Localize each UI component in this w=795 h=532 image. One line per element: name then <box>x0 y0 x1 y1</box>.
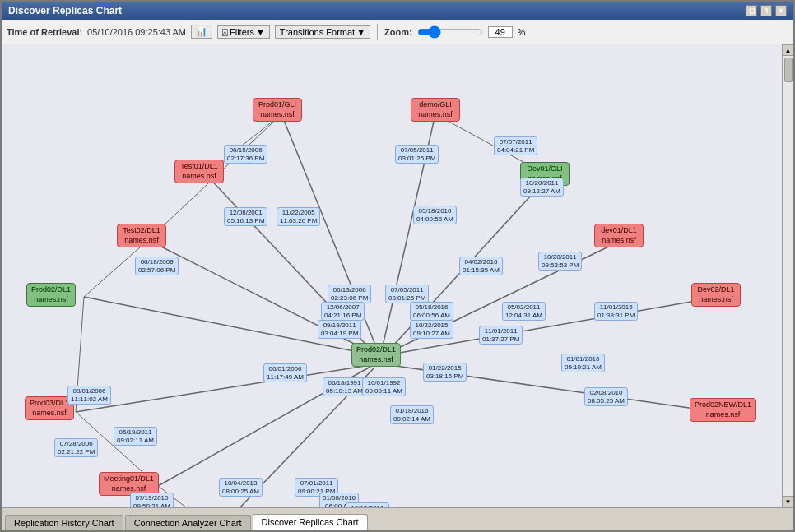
ts-box-3: 07/07/201104:04:21 PM <box>494 136 537 155</box>
chart-area: Prod01/GLInames.nsf demo/GLInames.nsf Te… <box>2 44 793 507</box>
zoom-pct: % <box>518 27 526 37</box>
filter-icon: ⍓ <box>222 27 228 37</box>
separator <box>377 24 378 40</box>
zoom-label: Zoom: <box>384 27 412 37</box>
node-test01-dl1[interactable]: Test01/DL1names.nsf <box>174 160 224 183</box>
ts-box-11: 06/13/200602:23:06 PM <box>328 285 371 303</box>
ts-box-23: 06/18/199105:10:13 AM <box>323 377 366 396</box>
node-prod02-dl1-left[interactable]: Prod02/DL1names.nsf <box>26 283 76 307</box>
ts-box-26: 08/01/200611:11:02 AM <box>67 386 111 405</box>
node-prod02new-dl1[interactable]: Prod02NEW/DL1names.nsf <box>690 398 756 422</box>
ts-box-21: 01/22/201503:18:15 PM <box>423 363 467 382</box>
tab-discover-replicas[interactable]: Discover Replicas Chart <box>253 514 368 530</box>
node-prod02-dl1-center[interactable]: Prod02/DL1names.nsf <box>351 343 401 367</box>
node-dev01-dl1[interactable]: dev01/DL1names.nsf <box>594 224 644 247</box>
ts-box-27: 01/18/201609:02:14 AM <box>390 405 434 424</box>
ts-box-13: 12/06/200704:21:16 PM <box>321 302 365 321</box>
transitions-btn[interactable]: Transitions Format ▼ <box>275 25 370 39</box>
node-test02-dl1[interactable]: Test02/DL1names.nsf <box>117 224 166 247</box>
ts-box-8: 10/20/201109:53:53 PM <box>538 252 582 271</box>
ts-box-4: 10/20/201109:12:27 AM <box>520 178 564 197</box>
scroll-down-btn[interactable]: ▼ <box>783 496 794 507</box>
ts-box-32: 07/19/201009:50:21 AM <box>130 493 174 507</box>
close-btn[interactable]: ✕ <box>775 5 787 16</box>
ts-box-16: 11/01/201501:38:31 PM <box>594 302 638 321</box>
ts-box-12: 07/05/201103:01:25 PM <box>385 285 429 303</box>
scroll-up-btn[interactable]: ▲ <box>783 44 794 56</box>
ts-box-5: 12/08/200105:16:13 PM <box>224 207 267 226</box>
filters-btn[interactable]: ⍓ Filters ▼ <box>217 25 270 39</box>
toolbar: Time of Retrieval: 05/10/2016 09:25:43 A… <box>2 20 793 44</box>
scroll-thumb[interactable] <box>784 58 793 82</box>
ts-box-15: 05/02/201112:04:31 AM <box>502 302 546 321</box>
chart-type-btn[interactable]: 📊 <box>191 25 212 39</box>
title-controls: ◻ 4 ✕ <box>746 5 787 16</box>
window-title: Discover Replicas Chart <box>8 5 122 16</box>
ts-box-9: 06/18/200902:57:06 PM <box>135 257 179 275</box>
filters-dropdown-icon: ▼ <box>256 27 265 37</box>
time-label: Time of Retrieval: <box>7 27 82 37</box>
transitions-dropdown-icon: ▼ <box>356 27 365 37</box>
zoom-input[interactable] <box>488 26 513 38</box>
ts-box-17: 09/19/201103:04:19 PM <box>318 320 361 339</box>
ts-box-24: 10/01/199209:00:11 AM <box>362 377 406 396</box>
time-value: 05/10/2016 09:25:43 AM <box>87 27 186 37</box>
ts-box-22: 01/01/201609:10:21 AM <box>561 354 605 372</box>
title-bar: Discover Replicas Chart ◻ 4 ✕ <box>2 2 793 20</box>
ts-box-30: 10/04/201308:00:25 AM <box>219 478 263 497</box>
tab-bar: Replication History Chart Connection Ana… <box>2 507 793 530</box>
scrollbar-right: ▲ ▼ <box>782 44 793 507</box>
node-dev02-dl1[interactable]: Dev02/DL1names.nsf <box>691 283 741 307</box>
ts-box-1: 06/15/200602:17:36 PM <box>224 145 267 164</box>
ts-box-6: 11/22/200511:03:20 PM <box>277 207 320 226</box>
tab-connection-analyzer[interactable]: Connection Analyzer Chart <box>125 515 251 530</box>
ts-box-20: 06/01/200611:17:49 AM <box>263 363 307 382</box>
tab-replication-history[interactable]: Replication History Chart <box>5 515 123 530</box>
ts-box-14: 05/18/201606:00:56 AM <box>410 302 453 321</box>
restore-btn[interactable]: ◻ <box>746 5 757 16</box>
main-window: Discover Replicas Chart ◻ 4 ✕ Time of Re… <box>0 0 795 532</box>
zoom-slider[interactable] <box>417 26 483 38</box>
ts-box-10: 04/02/201601:15:35 AM <box>459 257 503 275</box>
ts-box-18: 10/22/201509:10:27 AM <box>410 320 453 339</box>
ts-box-34: 10/15/201111/01/201409:00:16 AM <box>346 502 389 507</box>
ts-box-2: 07/05/201103:01:25 PM <box>395 145 439 164</box>
ts-box-19: 11/01/201101:37:27 PM <box>479 326 523 345</box>
bar-chart-icon: 📊 <box>196 26 207 37</box>
ts-box-29: 07/28/200602:21:22 PM <box>54 438 98 457</box>
ts-box-28: 05/19/201109:02:11 AM <box>114 427 157 446</box>
node-demo-gli[interactable]: demo/GLInames.nsf <box>411 98 460 122</box>
node-prod01-gli[interactable]: Prod01/GLInames.nsf <box>253 98 302 122</box>
ts-box-25: 02/08/201008:05:25 AM <box>584 387 628 406</box>
scroll-track <box>783 56 793 496</box>
ts-box-7: 05/18/201604:00:56 AM <box>413 206 457 224</box>
pin-btn[interactable]: 4 <box>760 5 772 16</box>
